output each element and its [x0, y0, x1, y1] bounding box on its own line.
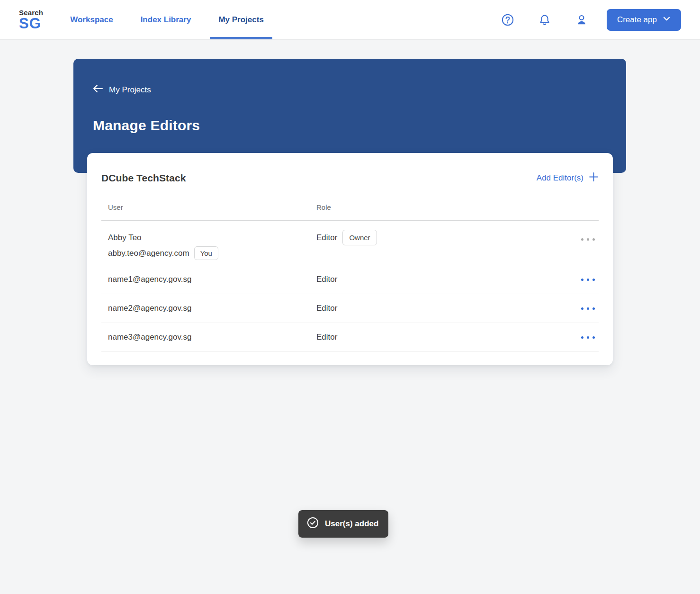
user-email: name2@agency.gov.sg	[108, 304, 191, 313]
plus-icon	[589, 172, 599, 184]
user-email: name3@agency.gov.sg	[108, 333, 191, 342]
user-email: name1@agency.gov.sg	[108, 275, 191, 284]
user-cell: name1@agency.gov.sg	[108, 275, 316, 284]
row-actions-button[interactable]	[580, 276, 596, 284]
nav-item-my-projects[interactable]: My Projects	[218, 0, 263, 39]
nav-item-index-library[interactable]: Index Library	[141, 0, 191, 39]
add-editors-label: Add Editor(s)	[537, 173, 583, 183]
page-title: Manage Editors	[93, 117, 607, 134]
toast-message: User(s) added	[325, 519, 378, 529]
help-icon	[501, 13, 514, 27]
role-cell: Editor Owner	[316, 230, 580, 245]
row-actions-button[interactable]	[580, 305, 596, 313]
user-email: abby.teo@agency.com	[108, 248, 189, 259]
topbar-actions: Create app	[478, 9, 681, 31]
account-button[interactable]	[574, 13, 589, 27]
role-label: Editor	[316, 233, 337, 243]
back-arrow-icon	[93, 84, 103, 95]
column-header-user: User	[108, 203, 316, 211]
table-header-row: User Role	[101, 203, 599, 221]
column-header-role: Role	[316, 203, 599, 211]
role-label: Editor	[316, 333, 337, 342]
help-button[interactable]	[501, 13, 515, 27]
row-actions-button[interactable]	[580, 333, 596, 342]
project-title: DCube TechStack	[101, 172, 186, 184]
bell-icon	[538, 13, 551, 27]
table-row: name1@agency.gov.sg Editor	[101, 265, 599, 294]
logo-text-sg: SG	[19, 16, 43, 31]
table-row: name3@agency.gov.sg Editor	[101, 323, 599, 352]
role-label: Editor	[316, 304, 337, 313]
primary-nav: Workspace Index Library My Projects	[70, 0, 291, 39]
card-header: DCube TechStack Add Editor(s)	[101, 171, 599, 185]
success-toast: User(s) added	[298, 510, 388, 538]
user-icon	[575, 13, 588, 27]
row-actions-button[interactable]	[580, 235, 596, 243]
nav-item-workspace[interactable]: Workspace	[70, 0, 113, 39]
owner-badge: Owner	[342, 230, 377, 245]
manage-editors-card: DCube TechStack Add Editor(s) User Role …	[87, 153, 613, 365]
role-cell: Editor	[316, 275, 580, 284]
searchsg-logo[interactable]: Search SG	[19, 9, 43, 31]
top-navigation-bar: Search SG Workspace Index Library My Pro…	[0, 0, 700, 40]
user-cell: Abby Teo abby.teo@agency.com You	[108, 232, 316, 260]
role-cell: Editor	[316, 333, 580, 342]
role-cell: Editor	[316, 304, 580, 313]
user-cell: name2@agency.gov.sg	[108, 304, 316, 313]
table-row: Abby Teo abby.teo@agency.com You Editor …	[101, 221, 599, 265]
back-to-my-projects-link[interactable]: My Projects	[93, 84, 151, 95]
role-label: Editor	[316, 275, 337, 284]
chevron-down-icon	[663, 15, 671, 25]
create-app-label: Create app	[617, 15, 657, 25]
breadcrumb-label: My Projects	[109, 85, 151, 95]
table-row: name2@agency.gov.sg Editor	[101, 294, 599, 323]
add-editors-button[interactable]: Add Editor(s)	[537, 172, 599, 184]
you-badge: You	[194, 246, 218, 260]
create-app-button[interactable]: Create app	[607, 9, 681, 31]
user-name: Abby Teo	[108, 232, 316, 243]
user-cell: name3@agency.gov.sg	[108, 333, 316, 342]
notifications-button[interactable]	[538, 13, 552, 27]
check-circle-icon	[307, 517, 319, 531]
